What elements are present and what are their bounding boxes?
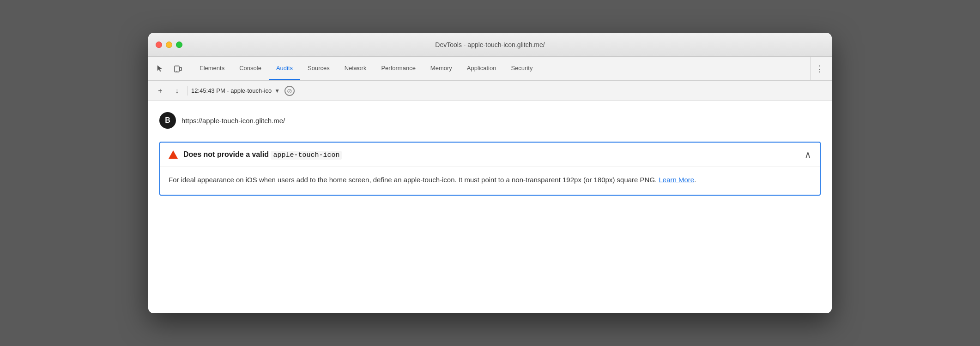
- cursor-icon[interactable]: [152, 60, 169, 77]
- tab-console[interactable]: Console: [232, 57, 269, 80]
- audit-warning-card: Does not provide a valid apple-touch-ico…: [159, 142, 821, 196]
- tab-memory[interactable]: Memory: [423, 57, 460, 80]
- url-bar: B https://apple-touch-icon.glitch.me/: [159, 108, 821, 132]
- session-text: 12:45:43 PM - apple-touch-ico: [191, 87, 272, 94]
- devtools-toolbar: Elements Console Audits Sources Network …: [148, 57, 832, 81]
- session-dropdown-button[interactable]: ▼: [273, 87, 281, 95]
- close-button[interactable]: [156, 42, 162, 48]
- no-recording-icon[interactable]: ⊘: [284, 86, 295, 96]
- warning-title: Does not provide a valid apple-touch-ico…: [183, 150, 342, 159]
- more-options-button[interactable]: ⋮: [810, 57, 828, 80]
- warning-code: apple-touch-icon: [271, 151, 342, 160]
- warning-triangle-icon: [169, 150, 178, 159]
- tab-application[interactable]: Application: [460, 57, 504, 80]
- chevron-up-icon: ∧: [805, 149, 811, 160]
- maximize-button[interactable]: [176, 42, 182, 48]
- download-button[interactable]: ↓: [170, 84, 183, 97]
- tab-performance[interactable]: Performance: [374, 57, 423, 80]
- toolbar-icon-group: [152, 57, 190, 80]
- warning-header[interactable]: Does not provide a valid apple-touch-ico…: [160, 143, 820, 167]
- warning-body: For ideal appearance on iOS when users a…: [160, 167, 820, 195]
- svg-rect-1: [180, 67, 181, 71]
- tab-sources[interactable]: Sources: [300, 57, 337, 80]
- tab-network[interactable]: Network: [337, 57, 374, 80]
- tab-security[interactable]: Security: [503, 57, 540, 80]
- warning-description: For ideal appearance on iOS when users a…: [169, 174, 811, 185]
- tab-audits[interactable]: Audits: [269, 57, 300, 80]
- window-title: DevTools - apple-touch-icon.glitch.me/: [435, 41, 544, 48]
- add-audit-button[interactable]: +: [154, 84, 167, 97]
- session-selector: 12:45:43 PM - apple-touch-ico ▼: [191, 87, 281, 95]
- devtools-window: DevTools - apple-touch-icon.glitch.me/ E…: [148, 33, 832, 313]
- device-icon[interactable]: [169, 60, 186, 77]
- site-favicon: B: [159, 112, 176, 129]
- secondary-toolbar: + ↓ 12:45:43 PM - apple-touch-ico ▼ ⊘: [148, 81, 832, 101]
- traffic-lights: [156, 42, 182, 48]
- page-url: https://apple-touch-icon.glitch.me/: [181, 117, 285, 125]
- learn-more-link[interactable]: Learn More: [659, 176, 694, 184]
- toolbar-divider: [187, 86, 188, 95]
- tab-bar: Elements Console Audits Sources Network …: [192, 57, 810, 80]
- tab-elements[interactable]: Elements: [192, 57, 232, 80]
- titlebar: DevTools - apple-touch-icon.glitch.me/: [148, 33, 832, 57]
- warning-header-left: Does not provide a valid apple-touch-ico…: [169, 150, 342, 159]
- main-content: B https://apple-touch-icon.glitch.me/ Do…: [148, 101, 832, 313]
- minimize-button[interactable]: [166, 42, 172, 48]
- svg-point-2: [176, 71, 177, 72]
